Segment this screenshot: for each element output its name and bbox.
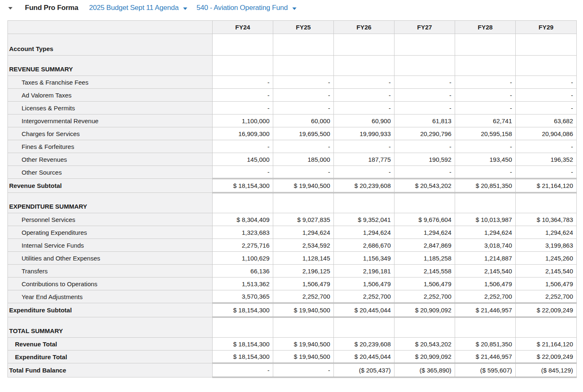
- value-cell-fy28: $ 21,446,957: [455, 303, 516, 317]
- row-label: Expenditure Subtotal: [8, 303, 213, 317]
- value-cell-fy29: $ 21,164,120: [516, 338, 577, 351]
- value-cell-fy24: -: [213, 89, 273, 102]
- page-title: Fund Pro Forma: [25, 4, 78, 12]
- value-cell-fy24: [213, 193, 273, 213]
- value-cell-fy28: $ 20,851,350: [455, 179, 516, 193]
- row-label: Licenses & Permits: [8, 102, 213, 114]
- value-cell-fy25: $ 9,027,835: [273, 213, 334, 226]
- column-header-fy26: FY26: [334, 21, 394, 34]
- value-cell-fy29: 1,506,479: [516, 278, 577, 290]
- fund-caret-down-icon[interactable]: [292, 7, 296, 10]
- value-cell-fy27: 190,592: [394, 153, 455, 166]
- value-cell-fy26: 2,686,670: [334, 239, 394, 252]
- value-cell-fy26: ($ 205,437): [334, 363, 394, 377]
- value-cell-fy25: $ 19,940,500: [273, 351, 334, 363]
- table-row: Taxes & Franchise Fees------: [8, 76, 577, 89]
- value-cell-fy29: [516, 317, 577, 338]
- row-label: Personnel Services: [8, 213, 213, 226]
- value-cell-fy26: 2,252,700: [334, 290, 394, 303]
- value-cell-fy29: -: [516, 76, 577, 89]
- value-cell-fy27: -: [394, 102, 455, 114]
- value-cell-fy26: -: [334, 102, 394, 114]
- value-cell-fy24: 66,136: [213, 265, 273, 278]
- value-cell-fy25: $ 19,940,500: [273, 338, 334, 351]
- row-label: Operating Expenditures: [8, 226, 213, 239]
- table-row: Transfers66,1362,196,1252,196,1812,145,5…: [8, 265, 577, 278]
- value-cell-fy24: 1,513,362: [213, 278, 273, 290]
- value-cell-fy27: 61,813: [394, 114, 455, 127]
- fund-selector[interactable]: 540 - Aviation Operating Fund: [196, 4, 288, 12]
- value-cell-fy25: -: [273, 166, 334, 179]
- value-cell-fy26: $ 20,445,044: [334, 351, 394, 363]
- value-cell-fy24: 16,909,300: [213, 127, 273, 140]
- row-label: EXPENDITURE SUMMARY: [8, 193, 213, 213]
- value-cell-fy26: -: [334, 76, 394, 89]
- value-cell-fy27: -: [394, 166, 455, 179]
- value-cell-fy29: $ 10,364,783: [516, 213, 577, 226]
- value-cell-fy29: [516, 34, 577, 56]
- value-cell-fy28: 62,741: [455, 114, 516, 127]
- value-cell-fy27: $ 20,543,202: [394, 338, 455, 351]
- table-row: Contributions to Operations1,513,3621,50…: [8, 278, 577, 290]
- value-cell-fy29: $ 22,009,249: [516, 351, 577, 363]
- toolbar: Fund Pro Forma 2025 Budget Sept 11 Agend…: [0, 0, 583, 12]
- value-cell-fy28: 20,595,158: [455, 127, 516, 140]
- value-cell-fy24: 1,323,683: [213, 226, 273, 239]
- value-cell-fy25: [273, 56, 334, 76]
- value-cell-fy28: 193,450: [455, 153, 516, 166]
- value-cell-fy25: [273, 193, 334, 213]
- value-cell-fy28: $ 21,446,957: [455, 351, 516, 363]
- value-cell-fy25: -: [273, 76, 334, 89]
- value-cell-fy28: 1,294,624: [455, 226, 516, 239]
- value-cell-fy26: $ 20,445,044: [334, 303, 394, 317]
- value-cell-fy28: -: [455, 140, 516, 153]
- table-row: Revenue Total$ 18,154,300$ 19,940,500$ 2…: [8, 338, 577, 351]
- table-row: Revenue Subtotal$ 18,154,300$ 19,940,500…: [8, 179, 577, 193]
- value-cell-fy24: [213, 34, 273, 56]
- table-row: Operating Expenditures1,323,6831,294,624…: [8, 226, 577, 239]
- value-cell-fy27: 2,145,558: [394, 265, 455, 278]
- table-row: Account Types: [8, 34, 577, 56]
- table-row: Other Sources------: [8, 166, 577, 179]
- value-cell-fy28: [455, 56, 516, 76]
- budget-selector[interactable]: 2025 Budget Sept 11 Agenda: [89, 4, 179, 12]
- value-cell-fy29: -: [516, 89, 577, 102]
- value-cell-fy28: $ 10,013,987: [455, 213, 516, 226]
- value-cell-fy27: 2,847,869: [394, 239, 455, 252]
- value-cell-fy26: 1,506,479: [334, 278, 394, 290]
- value-cell-fy24: 1,100,000: [213, 114, 273, 127]
- row-label: Revenue Subtotal: [8, 179, 213, 193]
- value-cell-fy29: 3,199,863: [516, 239, 577, 252]
- value-cell-fy28: 2,145,540: [455, 265, 516, 278]
- value-cell-fy27: 2,252,700: [394, 290, 455, 303]
- value-cell-fy29: 20,904,086: [516, 127, 577, 140]
- table-row: Other Revenues145,000185,000187,775190,5…: [8, 153, 577, 166]
- budget-caret-down-icon[interactable]: [183, 7, 187, 10]
- fund-pro-forma-table: FY24FY25FY26FY27FY28FY29 Account TypesRE…: [7, 20, 577, 378]
- row-label: Taxes & Franchise Fees: [8, 76, 213, 89]
- value-cell-fy25: $ 19,940,500: [273, 303, 334, 317]
- value-cell-fy26: [334, 193, 394, 213]
- value-cell-fy29: -: [516, 166, 577, 179]
- value-cell-fy28: [455, 34, 516, 56]
- row-label: Other Sources: [8, 166, 213, 179]
- column-header-fy24: FY24: [213, 21, 273, 34]
- column-header-fy29: FY29: [516, 21, 577, 34]
- table-row: Total Fund Balance--($ 205,437)($ 365,89…: [8, 363, 577, 377]
- value-cell-fy26: 1,156,349: [334, 252, 394, 265]
- value-cell-fy28: [455, 317, 516, 338]
- value-cell-fy29: [516, 56, 577, 76]
- value-cell-fy24: 3,570,365: [213, 290, 273, 303]
- value-cell-fy29: [516, 193, 577, 213]
- collapse-caret-icon[interactable]: [8, 7, 12, 10]
- value-cell-fy24: -: [213, 166, 273, 179]
- value-cell-fy25: -: [273, 102, 334, 114]
- row-label: Contributions to Operations: [8, 278, 213, 290]
- value-cell-fy27: [394, 34, 455, 56]
- value-cell-fy26: [334, 317, 394, 338]
- table-row: TOTAL SUMMARY: [8, 317, 577, 338]
- value-cell-fy26: -: [334, 89, 394, 102]
- value-cell-fy24: $ 18,154,300: [213, 179, 273, 193]
- value-cell-fy25: 1,506,479: [273, 278, 334, 290]
- row-label: Transfers: [8, 265, 213, 278]
